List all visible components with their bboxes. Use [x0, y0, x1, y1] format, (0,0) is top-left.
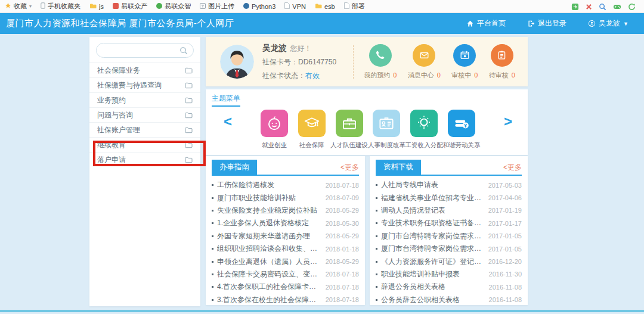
list-item[interactable]: 辞退公务员相关表格 2016-11-08	[376, 281, 522, 293]
theme-menu-icon	[448, 110, 475, 137]
sidebar-item[interactable]: 问题与咨询	[89, 107, 200, 122]
list-item[interactable]: 外国专家短期来华邀请函办理 2018-05-29	[212, 230, 359, 243]
chevron-down-icon: ▼	[623, 21, 628, 27]
list-item[interactable]: 福建省机关事业单位招考专业指导目录（... 2017-04-06	[376, 191, 522, 204]
list-item-title: 组织职业招聘洽谈会和收集、发布职业供...	[217, 244, 321, 254]
sidebar-item[interactable]: 继续教育	[89, 137, 200, 152]
list-item[interactable]: 4.首次参保职工的社会保障卡办理 2018-07-18	[212, 281, 359, 293]
theme-menu-item[interactable]: 和谐劳动关系	[444, 110, 479, 150]
list-item[interactable]: 《人力资源服务许可证》登记事项变更申... 2016-12-20	[376, 255, 522, 268]
search-box	[96, 43, 194, 58]
sidebar-item[interactable]: 社保账户管理	[89, 122, 200, 137]
list-item[interactable]: 1.企业参保人员退休资格核定 2018-05-30	[212, 217, 359, 229]
folder-icon	[185, 142, 193, 148]
browser-toolbar-icon[interactable]	[599, 3, 606, 11]
header-link[interactable]: 吴龙波 ▼	[588, 18, 628, 29]
theme-menu-label: 和谐劳动关系	[442, 141, 480, 150]
tab-guide[interactable]: 办事指南	[212, 160, 257, 175]
list-item[interactable]: 调动人员情况登记表 2017-01-19	[376, 204, 522, 217]
bookmark-item[interactable]: VPN	[284, 2, 306, 10]
theme-menu-item[interactable]: 人事制度改革	[369, 110, 404, 150]
browser-toolbar-icon[interactable]	[613, 4, 621, 10]
theme-menu-label: 人才队伍建设	[330, 141, 368, 150]
bookmark-item[interactable]: 部署	[344, 2, 365, 11]
list-item[interactable]: 工伤保险待遇核发 2018-07-18	[212, 179, 359, 191]
stat-icon	[491, 44, 513, 67]
list-item[interactable]: 厦门市职业技能培训补贴 2018-07-09	[212, 191, 359, 204]
bullet-icon	[376, 210, 377, 212]
browser-toolbar-icon[interactable]	[586, 4, 592, 10]
header-link[interactable]: 平台首页	[466, 18, 506, 29]
list-item[interactable]: 社会保障卡交易密码设立、变更办理 2018-07-18	[212, 268, 359, 281]
bookmark-item[interactable]: js	[89, 3, 104, 10]
sidebar-item[interactable]: 业务预约	[89, 92, 200, 107]
bookmark-icon	[315, 3, 322, 10]
stat-shortcut[interactable]: 我的预约0	[364, 44, 397, 80]
bookmark-item[interactable]: 图片上传	[200, 2, 234, 11]
bullet-icon	[376, 273, 377, 275]
download-more-link[interactable]: <更多	[503, 163, 522, 175]
bookmark-icon	[284, 2, 290, 10]
header-link-label: 吴龙波	[599, 18, 620, 29]
carousel-next-button[interactable]: >	[504, 114, 512, 129]
bookmark-icon	[344, 2, 349, 10]
list-item-title: 厦门市台湾特聘专家岗位需求信息表	[381, 244, 484, 254]
bookmark-item[interactable]: 易联众智	[156, 2, 191, 11]
theme-menu-item[interactable]: 就业创业	[257, 110, 292, 150]
stat-shortcut[interactable]: 审核中0	[451, 44, 478, 80]
guide-more-link[interactable]: <更多	[340, 163, 359, 175]
list-item-title: 人社局专线申请表	[381, 180, 484, 190]
bookmark-item[interactable]: 收藏 ▾	[5, 2, 32, 11]
list-item[interactable]: 组织职业招聘洽谈会和收集、发布职业供... 2018-01-18	[212, 243, 359, 255]
list-item-title: 3.首次参保在校生的社会保障卡办理	[217, 295, 321, 305]
theme-menu-label: 就业创业	[262, 141, 287, 150]
tab-download[interactable]: 资料下载	[376, 160, 421, 175]
sidebar-item[interactable]: 社会保障业务	[89, 63, 200, 77]
list-item[interactable]: 职业技能培训补贴申报表 2016-11-30	[376, 268, 522, 281]
bullet-icon	[376, 222, 377, 224]
bookmark-label: 易联众智	[165, 2, 191, 11]
list-item-date: 2018-05-29	[326, 232, 359, 240]
list-item[interactable]: 厦门市台湾特聘专家岗位需求汇总表 2017-01-05	[376, 230, 522, 243]
stat-count: 0	[437, 71, 441, 79]
bookmark-item[interactable]: esb	[315, 3, 335, 10]
theme-menu-icon	[336, 110, 363, 137]
search-input[interactable]	[102, 46, 179, 55]
bookmark-label: js	[99, 3, 104, 10]
list-item[interactable]: 专业技术职务任职资格证书备案表 2017-01-17	[376, 217, 522, 229]
list-item-date: 2016-12-20	[488, 258, 522, 265]
list-item-date: 2016-11-08	[489, 284, 522, 291]
bullet-icon	[212, 273, 213, 275]
theme-menu-label: 社会保障	[299, 141, 324, 150]
list-item[interactable]: 3.首次参保在校生的社会保障卡办理 2018-07-18	[212, 294, 359, 306]
bullet-icon	[212, 235, 213, 237]
browser-toolbar-icon[interactable]	[571, 3, 579, 11]
stat-shortcut[interactable]: 待审核0	[489, 44, 515, 80]
sidebar-item[interactable]: 落户申请	[89, 152, 200, 167]
bookmark-icon	[156, 3, 162, 10]
list-item-date: 2018-05-29	[326, 207, 359, 214]
list-item[interactable]: 公务员辞去公职相关表格 2016-11-08	[376, 294, 522, 306]
bookmark-item[interactable]: 手机收藏夹	[41, 2, 80, 11]
chevron-down-icon: ▾	[29, 4, 32, 9]
theme-menu-item[interactable]: 工资收入分配	[407, 110, 441, 150]
search-icon[interactable]	[179, 46, 188, 55]
theme-menu-item[interactable]: 社会保障	[295, 110, 329, 150]
sidebar-item-label: 社保缴费与待遇查询	[97, 80, 162, 91]
header-link-icon	[466, 20, 474, 27]
bookmark-item[interactable]: 易联众产	[113, 2, 147, 11]
user-greeting: 您好！	[290, 44, 312, 52]
bullet-icon	[376, 248, 377, 250]
sidebar-item[interactable]: 社保缴费与待遇查询	[89, 77, 200, 92]
list-item[interactable]: 申领企业离退休（遗属）人员死亡丧葬费 2018-05-29	[212, 255, 359, 268]
list-item[interactable]: 失业保险支持企业稳定岗位补贴 2018-05-29	[212, 204, 359, 217]
list-item[interactable]: 厦门市台湾特聘专家岗位需求信息表 2017-01-05	[376, 243, 522, 255]
carousel-prev-button[interactable]: <	[224, 114, 232, 129]
list-item[interactable]: 人社局专线申请表 2017-05-03	[376, 179, 522, 191]
stat-shortcut[interactable]: 消息中心0	[408, 44, 441, 80]
theme-menu-item[interactable]: 人才队伍建设	[332, 110, 367, 150]
header-link[interactable]: 退出登录	[527, 18, 566, 29]
browser-toolbar-icon[interactable]	[628, 3, 636, 11]
list-item-title: 调动人员情况登记表	[381, 206, 484, 216]
bookmark-item[interactable]: Python3	[243, 3, 275, 10]
